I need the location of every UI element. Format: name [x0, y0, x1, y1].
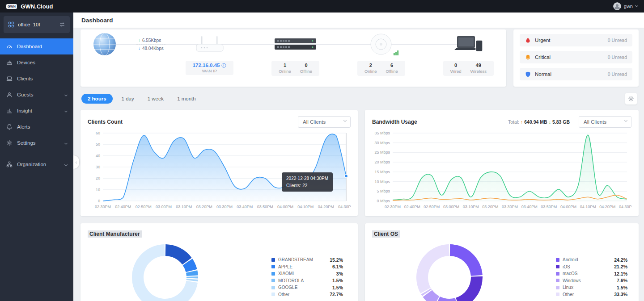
content: ↑ 6.55Kbps ↓ 48.04Kbps — [73, 28, 644, 301]
wireless-label: Wireless — [470, 69, 487, 74]
svg-text:15 Mbps: 15 Mbps — [374, 170, 390, 174]
donut-segment[interactable] — [186, 276, 198, 278]
svg-text:0 Mbps: 0 Mbps — [377, 199, 390, 203]
bandwidth-usage-title: Bandwidth Usage — [372, 119, 417, 125]
legend-item[interactable]: Other72.7% — [271, 291, 343, 298]
clients-status-pill[interactable]: 0Wired 49Wireless — [443, 61, 494, 76]
clients-filter-dropdown[interactable]: All Clients — [298, 116, 351, 128]
wired-count: 0 — [454, 63, 457, 69]
client-manufacturer-donut[interactable] — [131, 244, 199, 301]
sidebar-item-clients[interactable]: Clients — [0, 71, 73, 87]
clients-count-chart[interactable]: 605040302010002:30PM02:40PM02:50PM03:00P… — [88, 129, 351, 211]
bandwidth-filter-dropdown[interactable]: All Clients — [579, 116, 631, 128]
sidebar-item-devices[interactable]: Devices — [0, 54, 73, 71]
sidebar-item-guests[interactable]: Guests — [0, 87, 73, 103]
sidebar-item-alerts[interactable]: Alerts — [0, 119, 73, 135]
alerts-icon — [6, 124, 13, 130]
legend-percent: 24.2% — [614, 257, 627, 263]
network-selector[interactable]: office_10f — [4, 16, 70, 33]
legend-label: Android — [563, 257, 614, 262]
dashboard-settings-button[interactable] — [625, 93, 637, 105]
sidebar-item-label: Dashboard — [17, 44, 42, 49]
legend-swatch — [556, 258, 559, 262]
sidebar-item-organization[interactable]: Organization — [0, 156, 73, 172]
legend-label: Linux — [563, 285, 617, 290]
urgent-flame-icon — [525, 38, 531, 43]
donut-segment[interactable] — [165, 244, 192, 265]
switch-online-label: Online — [279, 69, 291, 74]
alert-row-critical[interactable]: Critical 0 Unread — [520, 51, 632, 63]
legend-item[interactable]: macOS12.1% — [556, 270, 627, 277]
tab-1-week[interactable]: 1 week — [143, 94, 168, 104]
legend-item[interactable]: GRANDSTREAM15.2% — [271, 256, 343, 263]
legend-label: GRANDSTREAM — [278, 257, 330, 262]
traffic-bars-icon — [394, 50, 399, 55]
legend-label: APPLE — [278, 264, 332, 269]
svg-text:04:10PM: 04:10PM — [580, 205, 596, 209]
topology-card: ↑ 6.55Kbps ↓ 48.04Kbps — [80, 29, 506, 87]
dropdown-value: All Clients — [303, 119, 326, 125]
donut-segment[interactable] — [423, 290, 439, 301]
page-header: Dashboard — [73, 13, 644, 28]
wireless-count: 49 — [476, 63, 481, 69]
client-os-donut[interactable] — [416, 244, 483, 301]
sidebar-nav: Dashboard Devices Clients Guests Insight… — [0, 38, 73, 172]
svg-text:50: 50 — [96, 142, 100, 146]
chevron-down-icon — [64, 163, 68, 166]
svg-text:02:30PM: 02:30PM — [385, 205, 401, 209]
alert-label: Critical — [535, 54, 551, 60]
info-icon[interactable] — [221, 63, 226, 68]
donut-segment[interactable] — [456, 276, 483, 301]
legend-item[interactable]: MOTOROLA1.5% — [271, 277, 343, 284]
legend-swatch — [556, 272, 559, 276]
legend-swatch — [271, 258, 275, 262]
legend-swatch — [556, 265, 559, 268]
svg-text:03:30PM: 03:30PM — [216, 205, 233, 209]
legend-item[interactable]: XIAOMI3% — [271, 270, 343, 277]
download-total: 5.83 GB — [552, 119, 570, 125]
tab-1-day[interactable]: 1 day — [117, 94, 139, 104]
switch-image — [274, 31, 317, 57]
legend-item[interactable]: iOS21.2% — [556, 263, 627, 271]
sidebar-item-dashboard[interactable]: Dashboard — [0, 38, 73, 54]
ap-status-pill[interactable]: 2Online 6Offline — [357, 61, 405, 76]
svg-text:03:50PM: 03:50PM — [541, 205, 557, 209]
svg-text:30 Mbps: 30 Mbps — [374, 141, 390, 145]
legend-item[interactable]: Linux1.5% — [556, 284, 627, 291]
bandwidth-usage-chart[interactable]: 35 Mbps30 Mbps25 Mbps20 Mbps15 Mbps10 Mb… — [372, 129, 631, 211]
legend-item[interactable]: Windows7.6% — [556, 277, 627, 284]
sidebar-item-settings[interactable]: Settings — [0, 135, 73, 151]
gear-icon — [628, 96, 634, 102]
tab-2-hours[interactable]: 2 hours — [81, 94, 113, 104]
legend-percent: 3% — [336, 271, 343, 276]
legend-item[interactable]: GOOGLE1.5% — [271, 284, 343, 291]
tab-1-month[interactable]: 1 month — [173, 94, 200, 104]
legend-percent: 21.2% — [614, 264, 627, 269]
upload-total: 640.94 MB — [524, 119, 547, 125]
wan-ip-pill[interactable]: 172.16.0.45 WAN IP — [186, 61, 234, 75]
user-menu[interactable]: gwn — [613, 2, 638, 10]
switch-network-icon[interactable] — [59, 21, 65, 28]
legend-item[interactable]: APPLE6.1% — [271, 263, 343, 271]
svg-text:03:00PM: 03:00PM — [443, 205, 459, 209]
switch-status-pill[interactable]: 1Online 0Offline — [271, 61, 319, 76]
svg-text:40: 40 — [96, 154, 100, 158]
client-devices-image — [453, 31, 484, 57]
brand: GWN GWN.Cloud — [6, 3, 53, 10]
bandwidth-usage-card: Bandwidth Usage Total: ↑640.94 MB ↓5.83 … — [365, 110, 639, 216]
alert-row-urgent[interactable]: Urgent 0 Unread — [520, 34, 632, 46]
wan-ip-value: 172.16.0.45 — [193, 63, 220, 68]
alert-row-normal[interactable]: Normal 0 Unread — [520, 68, 632, 80]
network-grid-icon — [8, 21, 14, 28]
svg-text:04:00PM: 04:00PM — [560, 205, 576, 209]
chevron-down-icon — [624, 119, 627, 122]
svg-text:30: 30 — [96, 165, 100, 169]
donut-segment[interactable] — [450, 244, 483, 276]
legend-item[interactable]: Android24.2% — [556, 256, 627, 263]
router-node: 172.16.0.45 WAN IP — [186, 31, 234, 76]
network-name: office_10f — [18, 22, 40, 27]
legend-item[interactable]: Other33.3% — [556, 291, 627, 298]
donut-segment[interactable] — [416, 244, 449, 293]
sidebar-item-insight[interactable]: Insight — [0, 103, 73, 119]
sidebar-item-label: Insight — [17, 108, 32, 113]
